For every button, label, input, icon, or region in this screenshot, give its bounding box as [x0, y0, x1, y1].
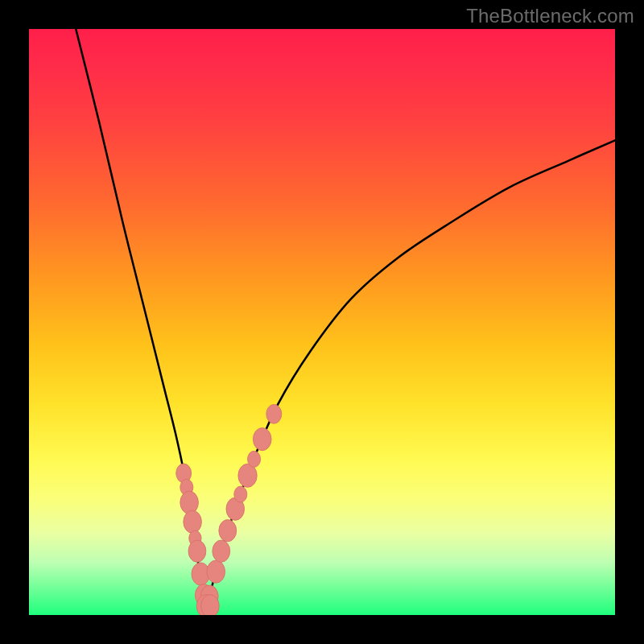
curve-right-branch: [206, 140, 615, 605]
bead-left-2: [180, 491, 199, 514]
bead-right-1: [207, 560, 225, 583]
bead-group: [176, 404, 282, 615]
curve-group: [76, 29, 615, 605]
bead-right-2: [213, 540, 230, 562]
bead-bottom-1: [201, 595, 220, 615]
bead-right-9: [266, 404, 282, 423]
bead-right-3: [219, 520, 237, 542]
chart-svg: [29, 29, 615, 615]
watermark-text: TheBottleneck.com: [466, 5, 634, 27]
bead-right-7: [248, 451, 261, 467]
plot-area: [29, 29, 615, 615]
bead-left-3: [184, 510, 202, 533]
bead-right-5: [234, 486, 247, 502]
chart-stage: TheBottleneck.com: [0, 0, 644, 644]
bead-left-5: [188, 540, 206, 562]
bead-right-8: [253, 427, 271, 450]
